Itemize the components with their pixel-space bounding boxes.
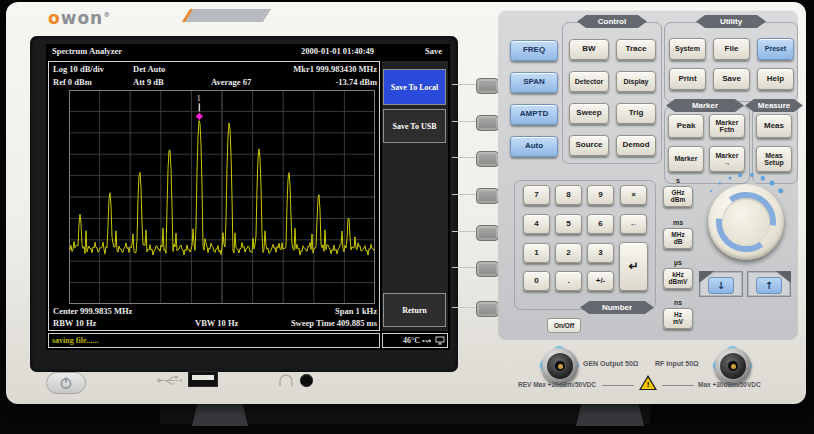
unit-key-ghz-dbm[interactable]: GHzdBm — [663, 186, 693, 207]
warning-exclamation: ! — [647, 380, 650, 389]
softkey-6[interactable] — [476, 261, 499, 277]
save-button[interactable]: Save — [713, 68, 750, 90]
spectrum-analyzer-device: owon® Spectrum Analyzer 2000-01-01 01:40… — [0, 0, 814, 434]
key-plus-minus[interactable]: +/- — [587, 271, 614, 291]
menu-item-save-to-local[interactable]: Save To Local — [383, 69, 446, 105]
softkey-2[interactable] — [476, 115, 499, 131]
key-enter[interactable]: ↵ — [619, 242, 648, 291]
source-button[interactable]: Source — [569, 135, 609, 156]
key-1[interactable]: 1 — [523, 243, 550, 263]
system-button[interactable]: System — [669, 38, 706, 60]
down-arrow-key-frame: ↓ — [699, 271, 743, 297]
rf-connector-pin — [731, 364, 736, 369]
trig-button[interactable]: Trig — [616, 103, 656, 124]
down-arrow-button[interactable]: ↓ — [708, 277, 734, 294]
unit-key-hz-mv[interactable]: HzmV — [663, 308, 693, 329]
meas-setup-label-2: Setup — [764, 159, 783, 166]
key-4[interactable]: 4 — [523, 214, 550, 234]
knob-face — [722, 198, 770, 246]
usb-status-icon — [422, 337, 433, 345]
up-arrow-key-frame: ↑ — [747, 271, 791, 297]
preset-button[interactable]: Preset — [757, 38, 794, 60]
power-button[interactable] — [46, 372, 86, 394]
rotary-knob[interactable] — [708, 184, 784, 260]
bw-button[interactable]: BW — [569, 39, 609, 60]
detector-readout: Det Auto — [133, 64, 165, 74]
key-dot-label: . — [567, 277, 569, 285]
headphone-jack[interactable] — [300, 374, 313, 387]
softkey-7[interactable] — [476, 301, 499, 317]
detector-label: Detector — [575, 78, 603, 85]
unit-tag-us: µs — [663, 259, 693, 266]
unit-key-khz-dbmv[interactable]: kHzdBmV — [663, 268, 693, 289]
detector-button[interactable]: Detector — [569, 71, 609, 92]
key-5[interactable]: 5 — [555, 214, 582, 234]
key-8[interactable]: 8 — [555, 185, 582, 205]
marker-fctn-label-2: Fctn — [720, 126, 735, 133]
auto-button[interactable]: Auto — [510, 136, 558, 157]
softkey-1[interactable] — [476, 78, 499, 94]
menu-item-save-to-usb[interactable]: Save To USB — [383, 109, 446, 143]
enter-icon: ↵ — [628, 260, 638, 273]
demod-label: Demod — [622, 141, 649, 149]
marker-to-label-1: Marker — [716, 152, 739, 159]
gen-output-connector[interactable] — [542, 348, 578, 384]
ref-level-readout: Ref 0 dBm — [53, 77, 92, 87]
span-button[interactable]: SPAN — [510, 72, 558, 93]
display-button[interactable]: Display — [616, 71, 656, 92]
key-3[interactable]: 3 — [587, 243, 614, 263]
backspace-icon: ← — [630, 220, 638, 228]
key-0[interactable]: 0 — [523, 271, 550, 291]
key-6[interactable]: 6 — [587, 214, 614, 234]
key-2[interactable]: 2 — [555, 243, 582, 263]
span-readout: Span 1 kHz — [335, 306, 377, 316]
system-label: System — [675, 45, 700, 52]
peak-label: Peak — [677, 122, 696, 130]
key-4-label: 4 — [534, 220, 538, 228]
key-backspace[interactable]: ← — [620, 214, 647, 234]
span-label: SPAN — [523, 78, 545, 86]
demod-button[interactable]: Demod — [616, 135, 656, 156]
marker-label: Marker — [675, 155, 698, 162]
key-9[interactable]: 9 — [587, 185, 614, 205]
key-9-label: 9 — [598, 191, 602, 199]
menu-item-return[interactable]: Return — [383, 293, 446, 327]
marker-fctn-button[interactable]: MarkerFctn — [709, 114, 745, 138]
key-cancel[interactable]: × — [620, 185, 647, 205]
help-button[interactable]: Help — [757, 68, 794, 90]
unit-mv: mV — [673, 319, 683, 326]
key-dot[interactable]: . — [555, 271, 582, 291]
save-label: Save — [722, 75, 741, 83]
unit-key-mhz-db[interactable]: MHzdB — [663, 228, 693, 249]
key-7[interactable]: 7 — [523, 185, 550, 205]
peak-button[interactable]: Peak — [668, 114, 704, 138]
sweep-button[interactable]: Sweep — [569, 103, 609, 124]
unit-tag-ns: ns — [663, 299, 693, 306]
gen-connector-pin — [558, 364, 563, 369]
average-readout: Average 67 — [211, 77, 251, 87]
rf-input-connector[interactable] — [715, 348, 751, 384]
softkey-4[interactable] — [476, 188, 499, 204]
print-button[interactable]: Print — [669, 68, 706, 90]
attenuation-readout: Att 9 dB — [133, 77, 164, 87]
caution-line-left — [602, 385, 634, 386]
gen-onoff-button[interactable]: On/Off — [547, 318, 581, 333]
file-button[interactable]: File — [713, 38, 750, 60]
up-arrow-icon: ↑ — [765, 280, 773, 291]
meas-button[interactable]: Meas — [756, 114, 792, 138]
key-5-label: 5 — [566, 220, 570, 228]
rev-max-label: REV Max +20dBm/50VDC — [518, 381, 596, 388]
usb-port[interactable] — [188, 371, 218, 387]
amptd-button[interactable]: AMPTD — [510, 104, 558, 125]
up-arrow-button[interactable]: ↑ — [756, 277, 782, 294]
utility-group-ribbon: Utility — [696, 15, 766, 28]
freq-button[interactable]: FREQ — [510, 40, 558, 61]
marker-button[interactable]: Marker — [668, 146, 704, 172]
marker-to-button[interactable]: Marker→ — [709, 146, 745, 172]
trace-button[interactable]: Trace — [616, 39, 656, 60]
softkey-5[interactable] — [476, 225, 499, 241]
screen-title: Spectrum Analyzer — [52, 46, 122, 56]
softkey-3[interactable] — [476, 151, 499, 167]
meas-setup-button[interactable]: MeasSetup — [756, 146, 792, 172]
key-plus-minus-label: +/- — [596, 277, 606, 285]
